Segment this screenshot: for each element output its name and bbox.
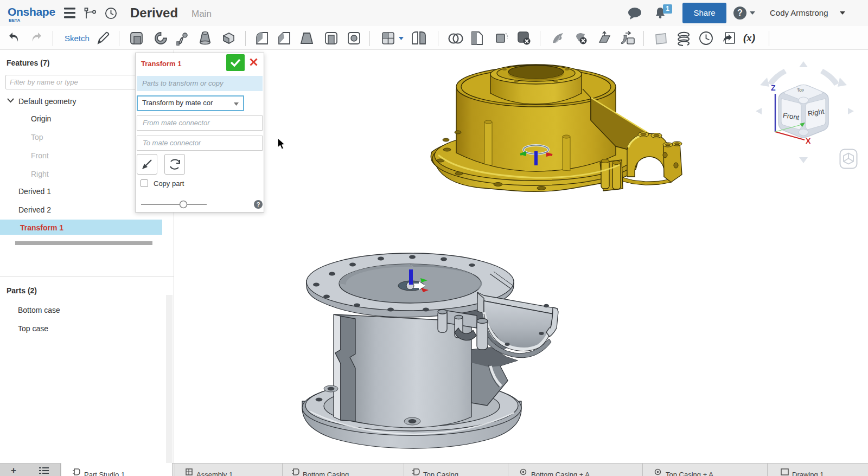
svg-text:Top: Top <box>797 87 805 93</box>
svg-text:X: X <box>806 137 811 145</box>
svg-text:Z: Z <box>771 83 776 92</box>
